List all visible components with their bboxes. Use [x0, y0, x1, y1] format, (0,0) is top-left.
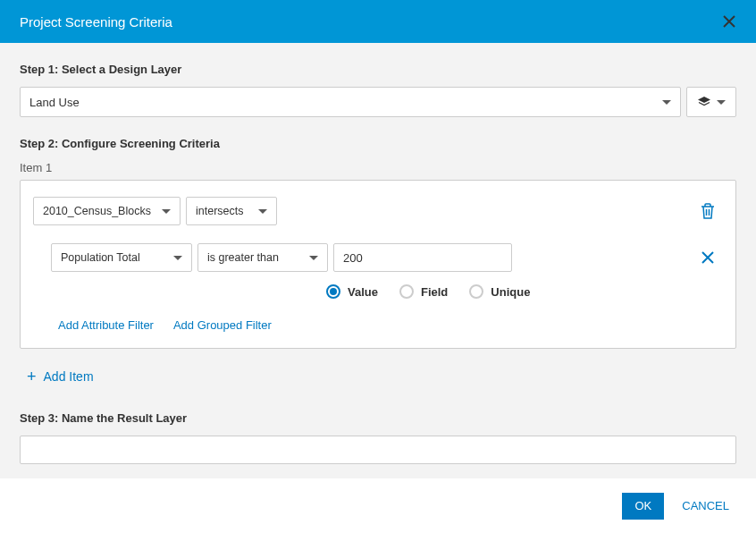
chevron-down-icon — [717, 100, 726, 105]
value-type-radio-group: Value Field Unique — [33, 284, 716, 299]
design-layer-value: Land Use — [29, 96, 80, 109]
dialog-title: Project Screening Criteria — [20, 14, 172, 30]
radio-field[interactable]: Field — [399, 284, 448, 299]
spatial-layer-select[interactable]: 2010_Census_Blocks — [33, 197, 181, 225]
step1-label: Step 1: Select a Design Layer — [20, 63, 736, 76]
step1-row: Land Use — [20, 87, 736, 117]
remove-filter-icon[interactable] — [700, 250, 716, 266]
spatial-layer-value: 2010_Census_Blocks — [43, 205, 151, 217]
spatial-op-value: intersects — [196, 205, 244, 217]
cancel-button[interactable]: CANCEL — [682, 499, 729, 512]
criteria-item-card: 2010_Census_Blocks intersects Population… — [20, 180, 736, 349]
step3-label: Step 3: Name the Result Layer — [20, 411, 736, 425]
dialog-header: Project Screening Criteria — [0, 0, 756, 43]
filter-field-value: Population Total — [61, 251, 140, 264]
criteria-row-spatial: 2010_Census_Blocks intersects — [33, 197, 716, 225]
radio-value-label: Value — [348, 285, 378, 299]
spatial-op-select[interactable]: intersects — [186, 197, 277, 225]
chevron-down-icon — [258, 209, 267, 214]
dialog-content: Step 1: Select a Design Layer Land Use S… — [0, 43, 756, 478]
filter-field-select[interactable]: Population Total — [51, 243, 192, 272]
radio-value[interactable]: Value — [326, 284, 378, 299]
trash-icon[interactable] — [700, 202, 716, 220]
layers-icon — [697, 95, 711, 109]
filter-comparator-select[interactable]: is greater than — [197, 243, 328, 272]
criteria-row-filter: Population Total is greater than — [33, 243, 716, 272]
design-layer-select[interactable]: Land Use — [20, 87, 681, 117]
step2-label: Step 2: Configure Screening Criteria — [20, 137, 736, 150]
chevron-down-icon — [162, 209, 171, 214]
chevron-down-icon — [173, 256, 182, 260]
add-attribute-filter-link[interactable]: Add Attribute Filter — [58, 318, 154, 332]
filter-value-input[interactable] — [333, 243, 512, 272]
add-item-button[interactable]: + Add Item — [20, 368, 736, 385]
radio-unique-label: Unique — [491, 285, 530, 299]
radio-unique[interactable]: Unique — [469, 284, 530, 299]
filter-links-row: Add Attribute Filter Add Grouped Filter — [33, 318, 716, 332]
dialog-footer: OK CANCEL — [0, 478, 756, 533]
layer-picker-button[interactable] — [686, 87, 736, 117]
radio-field-label: Field — [421, 285, 448, 299]
radio-circle-icon — [399, 284, 414, 299]
filter-comparator-value: is greater than — [207, 251, 279, 264]
radio-circle-icon — [469, 284, 483, 299]
result-layer-name-input[interactable] — [20, 436, 736, 464]
ok-button[interactable]: OK — [622, 493, 664, 520]
add-grouped-filter-link[interactable]: Add Grouped Filter — [173, 318, 272, 332]
item-label: Item 1 — [20, 161, 736, 174]
plus-icon: + — [27, 368, 37, 385]
chevron-down-icon — [662, 100, 671, 105]
add-item-label: Add Item — [44, 369, 94, 384]
chevron-down-icon — [309, 256, 318, 260]
radio-circle-icon — [326, 284, 340, 299]
close-icon[interactable] — [722, 14, 736, 29]
